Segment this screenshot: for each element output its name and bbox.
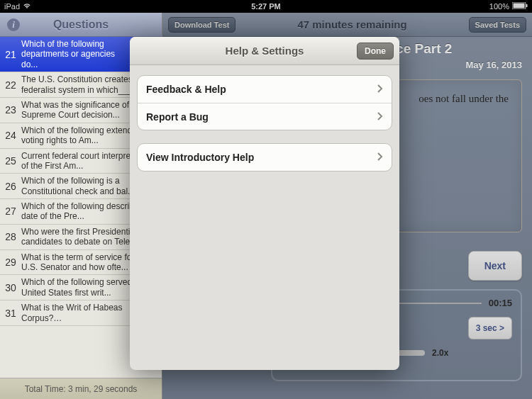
status-bar: iPad 5:27 PM 100% bbox=[0, 0, 532, 13]
sidebar-header: i Questions bbox=[0, 13, 162, 37]
modal-title: Help & Settings bbox=[226, 45, 304, 57]
question-number: 31 bbox=[0, 308, 21, 319]
modal-group-1: Feedback & Help Report a Bug bbox=[137, 75, 392, 130]
cell-label: Report a Bug bbox=[146, 111, 209, 123]
question-number: 28 bbox=[0, 231, 21, 242]
done-button[interactable]: Done bbox=[357, 43, 394, 60]
total-time: Total Time: 3 min, 29 seconds bbox=[0, 378, 162, 399]
feedback-help-row[interactable]: Feedback & Help bbox=[138, 76, 392, 103]
intro-help-row[interactable]: View Introductory Help bbox=[138, 144, 392, 171]
svg-rect-1 bbox=[514, 4, 525, 9]
report-bug-row[interactable]: Report a Bug bbox=[138, 103, 392, 130]
question-number: 21 bbox=[0, 49, 21, 60]
question-number: 29 bbox=[0, 257, 21, 268]
sidebar-title: Questions bbox=[53, 18, 109, 31]
question-preview: Which of the following departments or ag… bbox=[21, 37, 136, 72]
battery-pct: 100% bbox=[489, 2, 509, 11]
help-settings-modal: Help & Settings Done Feedback & Help Rep… bbox=[130, 37, 399, 370]
question-number: 24 bbox=[0, 130, 21, 141]
carrier-label: iPad bbox=[4, 2, 20, 11]
modal-group-2: View Introductory Help bbox=[137, 143, 392, 172]
question-number: 27 bbox=[0, 206, 21, 217]
chevron-right-icon bbox=[377, 111, 383, 123]
clock: 5:27 PM bbox=[179, 2, 353, 11]
battery-icon bbox=[512, 2, 528, 11]
question-number: 23 bbox=[0, 104, 21, 116]
wifi-icon bbox=[23, 2, 31, 11]
modal-header: Help & Settings Done bbox=[130, 37, 399, 65]
chevron-right-icon bbox=[377, 152, 383, 163]
info-icon[interactable]: i bbox=[7, 18, 20, 31]
chevron-right-icon bbox=[377, 84, 383, 95]
question-number: 22 bbox=[0, 79, 21, 91]
question-number: 25 bbox=[0, 155, 21, 167]
question-number: 26 bbox=[0, 181, 21, 192]
svg-rect-2 bbox=[526, 4, 528, 7]
cell-label: Feedback & Help bbox=[146, 84, 226, 95]
question-number: 30 bbox=[0, 282, 21, 293]
cell-label: View Introductory Help bbox=[146, 152, 254, 163]
